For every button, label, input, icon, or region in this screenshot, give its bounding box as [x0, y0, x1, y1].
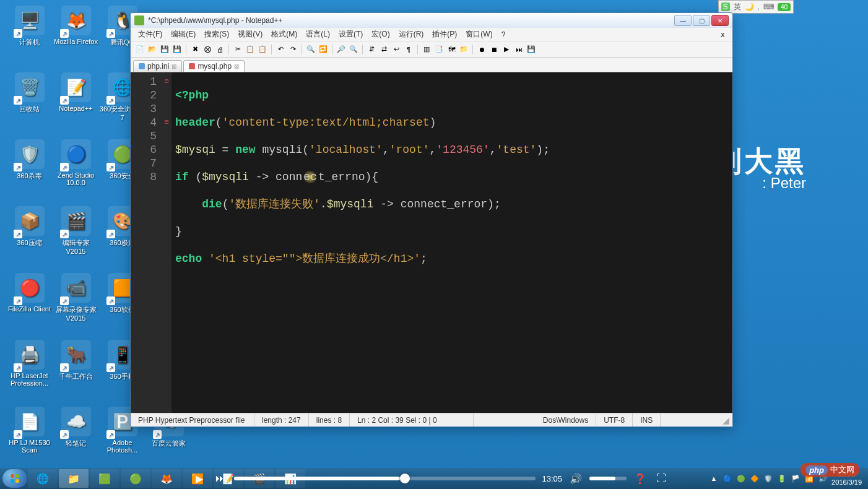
menu-item-3[interactable]: 视图(V): [234, 28, 266, 41]
menu-item-11[interactable]: ?: [498, 29, 510, 40]
new-file-icon[interactable]: 📄: [134, 44, 145, 55]
video-next-button[interactable]: ⏭: [213, 471, 228, 486]
fold-gutter[interactable]: ⊟⊟: [162, 72, 171, 413]
video-fullscreen-icon[interactable]: ⛶: [654, 471, 669, 486]
taskbar-app2-icon[interactable]: 🟢: [121, 469, 150, 488]
paste-icon[interactable]: 📋: [257, 44, 268, 55]
desktop-icon-glyph: 📹: [61, 273, 91, 303]
save-icon[interactable]: 💾: [159, 44, 170, 55]
video-play-button[interactable]: ▶: [192, 471, 207, 486]
zoom-out-icon[interactable]: 🔍: [348, 44, 359, 55]
sync-h-icon[interactable]: ⇄: [378, 44, 389, 55]
editor-area[interactable]: 12345678 ⊟⊟ <?php header('content-type:t…: [131, 72, 732, 413]
desktop-icon-glyph: 🦊: [61, 6, 91, 35]
desktop-icon-8[interactable]: 🛡️360杀毒: [6, 137, 53, 202]
resize-grip-icon[interactable]: ◢: [723, 415, 732, 425]
tray-icon-2[interactable]: 🟢: [736, 474, 746, 483]
tab-close-icon[interactable]: ⊠: [171, 63, 176, 70]
tray-shield-icon[interactable]: 🛡️: [763, 474, 773, 483]
desktop-icon-glyph: 🔴: [15, 273, 45, 303]
desktop-icon-16[interactable]: 🔴FileZilla Client: [6, 270, 53, 336]
video-progress-bar[interactable]: [234, 477, 536, 480]
tab-status-icon: [189, 63, 195, 69]
indent-guide-icon[interactable]: ▥: [421, 44, 432, 55]
titlebar[interactable]: *C:\phpedu\www\mysql.php - Notepad++ — ▢…: [131, 13, 732, 28]
print-icon[interactable]: 🖨: [214, 44, 225, 55]
record-icon[interactable]: ⏺: [476, 44, 487, 55]
status-language: PHP Hypertext Preprocessor file: [131, 413, 254, 426]
video-progress-knob[interactable]: [400, 474, 410, 483]
tab-close-icon[interactable]: ⊠: [234, 63, 239, 70]
ime-toolbar[interactable]: S 英 🌙 , ⌨ 40: [718, 0, 794, 14]
tray-up-icon[interactable]: ▲: [709, 474, 719, 483]
desktop-icon-0[interactable]: 🖥️计算机: [6, 3, 53, 69]
stop-icon[interactable]: ⏹: [488, 44, 500, 55]
ime-moon-icon[interactable]: 🌙: [745, 2, 754, 11]
minimize-button[interactable]: —: [674, 15, 692, 26]
ime-keyboard-icon[interactable]: ⌨: [763, 2, 774, 11]
menu-item-9[interactable]: 插件(P): [428, 28, 461, 41]
tray-icon-3[interactable]: 🔶: [750, 474, 760, 483]
desktop-icon-20[interactable]: 🖨️HP LaserJet Profession...: [6, 337, 53, 403]
menu-item-2[interactable]: 搜索(S): [201, 28, 233, 41]
zoom-in-icon[interactable]: 🔎: [336, 44, 347, 55]
play-multi-icon[interactable]: ⏭: [513, 44, 524, 55]
taskbar-ie-icon[interactable]: 🌐: [28, 469, 58, 488]
close-button[interactable]: ✕: [711, 15, 729, 26]
taskbar-app1-icon[interactable]: 🟩: [90, 469, 119, 488]
save-macro-icon[interactable]: 💾: [526, 44, 537, 55]
play-icon[interactable]: ▶: [501, 44, 512, 55]
menu-item-0[interactable]: 文件(F): [134, 28, 166, 41]
desktop-icon-13[interactable]: 🎬编辑专家 V2015: [53, 204, 99, 269]
tray-battery-icon[interactable]: 🔋: [777, 474, 787, 483]
taskbar-app3-icon[interactable]: 🦊: [152, 469, 181, 488]
func-list-icon[interactable]: 📑: [433, 44, 445, 55]
find-icon[interactable]: 🔍: [305, 44, 316, 55]
menu-item-8[interactable]: 运行(R): [395, 28, 428, 41]
doc-map-icon[interactable]: 🗺: [446, 44, 457, 55]
code-content[interactable]: <?php header('content-type:text/html;cha…: [171, 72, 732, 413]
maximize-button[interactable]: ▢: [693, 15, 710, 26]
desktop-icon-1[interactable]: 🦊Mozilla Firefox: [53, 3, 99, 69]
copy-icon[interactable]: 📋: [245, 44, 256, 55]
menu-item-6[interactable]: 设置(T): [335, 28, 367, 41]
redo-icon[interactable]: ↷: [287, 44, 298, 55]
menu-item-1[interactable]: 编辑(E): [167, 28, 199, 41]
video-volume-icon[interactable]: 🔊: [568, 471, 583, 486]
undo-icon[interactable]: ↶: [275, 44, 286, 55]
ime-lang-indicator[interactable]: 英: [734, 2, 741, 12]
tray-icon-1[interactable]: 🔵: [723, 474, 732, 483]
folder-icon[interactable]: 📁: [458, 44, 469, 55]
tray-flag-icon[interactable]: 🏳️: [791, 474, 801, 483]
close-file-icon[interactable]: ✖: [189, 44, 201, 55]
desktop-icon-21[interactable]: 🐂千牛工作台: [53, 337, 99, 403]
show-all-icon[interactable]: ¶: [403, 44, 414, 55]
mdi-close-icon[interactable]: x: [717, 30, 729, 39]
cut-icon[interactable]: ✂: [232, 44, 243, 55]
desktop-icon-9[interactable]: 🔵Zend Studio 10.0.0: [53, 137, 99, 202]
taskbar-explorer-icon[interactable]: 📁: [59, 469, 89, 488]
menu-item-7[interactable]: 宏(O): [368, 28, 393, 41]
start-button[interactable]: [2, 469, 27, 488]
file-tab-mysql.php[interactable]: mysql.php⊠: [183, 60, 245, 72]
tab-label: php.ini: [147, 62, 169, 71]
close-all-icon[interactable]: ⨂: [202, 44, 213, 55]
sync-v-icon[interactable]: ⇵: [366, 44, 377, 55]
wrap-icon[interactable]: ↩: [391, 44, 402, 55]
desktop-icon-4[interactable]: 🗑️回收站: [6, 70, 53, 136]
menu-item-4[interactable]: 格式(M): [267, 28, 301, 41]
desktop-icon-17[interactable]: 📹屏幕录像专家 V2015: [53, 270, 99, 336]
desktop-icon-25[interactable]: ☁️轻笔记: [53, 404, 99, 470]
file-tab-php.ini[interactable]: php.ini⊠: [133, 60, 182, 72]
desktop-icon-12[interactable]: 📦360压缩: [6, 204, 53, 269]
video-volume-bar[interactable]: [589, 477, 627, 480]
save-all-icon[interactable]: 💾: [171, 44, 183, 55]
ime-badge: 40: [778, 3, 791, 11]
menu-item-5[interactable]: 语言(L): [302, 28, 334, 41]
menu-item-10[interactable]: 窗口(W): [462, 28, 496, 41]
replace-icon[interactable]: 🔁: [318, 44, 329, 55]
open-file-icon[interactable]: 📂: [147, 44, 158, 55]
desktop-icon-24[interactable]: 📄HP LJ M1530 Scan: [6, 404, 53, 470]
desktop-icon-5[interactable]: 📝Notepad++: [53, 70, 99, 136]
video-settings-icon[interactable]: ❓: [633, 471, 648, 486]
